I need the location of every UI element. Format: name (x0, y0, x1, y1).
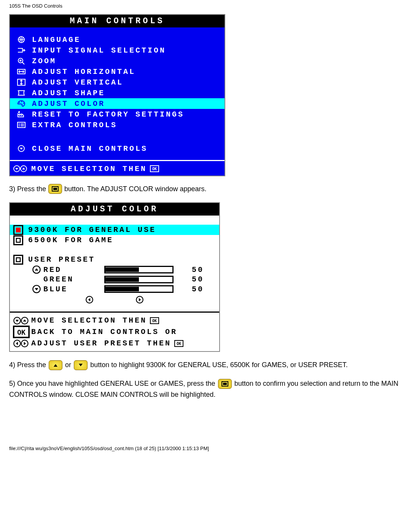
color-option-6500k[interactable]: 6500K FOR GAME (10, 235, 219, 245)
left-right-icon (13, 339, 30, 348)
up-arrow-circle-icon (32, 265, 41, 274)
step5-text: 5) Once you have highlighted GENERAL USE… (9, 378, 402, 400)
menu-item-adjust-color[interactable]: ADJUST COLOR (10, 98, 225, 109)
svg-rect-17 (14, 236, 23, 244)
svg-rect-19 (14, 255, 23, 264)
main-controls-panel: MAIN CONTROLS LANGUAGE INPUT SIGNAL SELE… (9, 14, 225, 176)
shape-icon (14, 88, 28, 97)
svg-rect-16 (16, 227, 21, 232)
step3-text: 3) Press the button. The ADJUST COLOR wi… (9, 184, 411, 194)
down-button-icon (74, 360, 88, 370)
radio-selected-icon (13, 226, 24, 234)
up-down-icon (13, 316, 30, 325)
color-option-user-preset[interactable]: USER PRESET (10, 254, 219, 265)
menu-item-extra-controls[interactable]: EXTRA CONTROLS (10, 120, 225, 130)
ok-icon: OK (174, 340, 183, 347)
svg-point-4 (19, 102, 20, 103)
menu-item-adjust-horizontal[interactable]: ADJUST HORIZONTAL (10, 66, 225, 77)
extra-icon (14, 120, 28, 129)
menu-item-reset-factory[interactable]: RESET TO FACTORY SETTINGS (10, 109, 225, 120)
rgb-red: RED 50 (10, 265, 219, 275)
left-right-arrows (10, 294, 219, 308)
red-slider[interactable] (104, 266, 174, 273)
up-button-icon (49, 360, 62, 370)
ok-icon: OK (150, 317, 159, 324)
main-controls-title: MAIN CONTROLS (10, 15, 225, 27)
svg-rect-36 (223, 383, 227, 385)
ok-button-icon (48, 184, 62, 194)
adjust-color-title: ADJUST COLOR (10, 203, 219, 216)
left-arrow-circle-icon (85, 296, 94, 304)
menu-item-language[interactable]: LANGUAGE (10, 34, 225, 45)
horizontal-icon (14, 67, 28, 76)
svg-point-6 (23, 103, 24, 104)
page-footer-path: file:///C|/rita wu/gs3noVE/english/105S/… (9, 446, 411, 451)
language-icon (14, 35, 28, 44)
green-slider[interactable] (104, 276, 174, 283)
menu-item-adjust-vertical[interactable]: ADJUST VERTICAL (10, 77, 225, 88)
page-header: 105S The OSD Controls (0, 0, 411, 14)
vertical-icon (14, 78, 28, 87)
zoom-icon (14, 56, 28, 66)
svg-rect-14 (53, 188, 57, 190)
ok-icon: OK (13, 326, 30, 338)
svg-rect-20 (16, 257, 20, 261)
step4-text: 4) Press the or button to highlight 9300… (9, 359, 402, 371)
svg-rect-18 (16, 238, 20, 242)
adjust-color-panel: ADJUST COLOR 9300K FOR GENERAL USE 6500K… (9, 202, 220, 352)
rgb-blue: BLUE 50 (10, 284, 219, 294)
color-option-9300k[interactable]: 9300K FOR GENERAL USE (10, 225, 219, 235)
close-main-controls[interactable]: CLOSE MAIN CONTROLS (10, 133, 225, 156)
menu-item-adjust-shape[interactable]: ADJUST SHAPE (10, 88, 225, 98)
blue-slider[interactable] (104, 285, 174, 293)
radio-unselected-icon (13, 256, 24, 264)
svg-text:OK: OK (17, 328, 25, 336)
down-arrow-circle-icon (32, 284, 41, 294)
svg-text:OK: OK (152, 319, 157, 323)
rgb-green: GREEN 50 (10, 275, 219, 284)
color-footer: MOVE SELECTION THEN OK OK BACK TO MAIN C… (10, 313, 219, 351)
svg-text:OK: OK (177, 342, 181, 346)
right-arrow-circle-icon (135, 296, 144, 304)
down-arrow-circle-icon (14, 144, 28, 153)
radio-unselected-icon (13, 236, 24, 244)
svg-text:OK: OK (152, 167, 157, 171)
svg-point-5 (21, 101, 22, 102)
main-footer: MOVE SELECTION THEN OK (10, 161, 225, 176)
ok-button-icon (218, 379, 232, 389)
up-down-icon (13, 164, 28, 173)
menu-item-zoom[interactable]: ZOOM (10, 56, 225, 66)
input-icon (14, 46, 28, 55)
menu-item-input-signal[interactable]: INPUT SIGNAL SELECTION (10, 45, 225, 56)
factory-icon (14, 110, 28, 119)
ok-icon: OK (150, 165, 159, 172)
color-icon (14, 99, 28, 108)
